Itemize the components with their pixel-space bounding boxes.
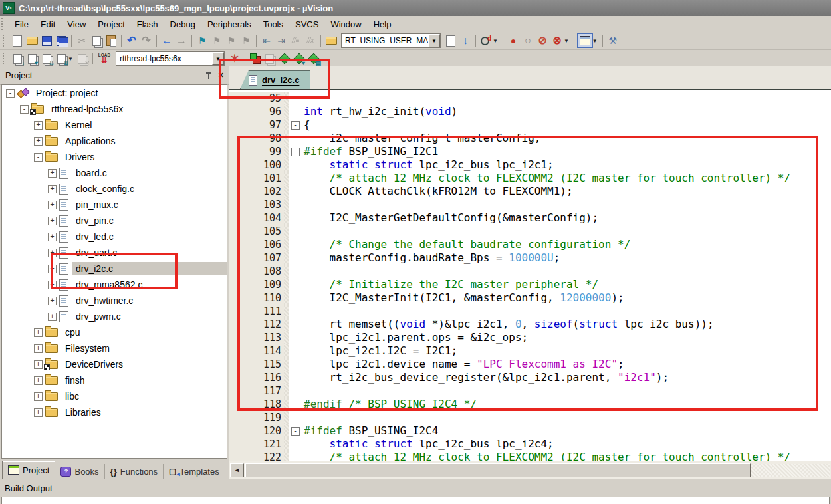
- manage-rte-icon[interactable]: [248, 52, 263, 65]
- save-icon[interactable]: [39, 34, 54, 47]
- menubar-gripper[interactable]: [1, 18, 6, 30]
- code-editor[interactable]: 9596int rt_hw_i2c_init(void)97-{98 i2c_m…: [229, 89, 831, 463]
- find-icon-dropdown[interactable]: ▼: [493, 38, 498, 44]
- tree-item-drv-pin-c[interactable]: +drv_pin.c: [2, 213, 227, 229]
- menu-window[interactable]: Window: [324, 17, 367, 31]
- menu-project[interactable]: Project: [92, 17, 130, 31]
- expand-icon[interactable]: +: [48, 233, 57, 241]
- new-file-icon[interactable]: [10, 34, 25, 47]
- redo-icon[interactable]: ↷: [139, 34, 154, 47]
- navigate-forward-icon[interactable]: →: [174, 34, 189, 47]
- expand-icon[interactable]: +: [48, 169, 57, 178]
- menu-flash[interactable]: Flash: [131, 17, 164, 31]
- rebuild-all-icon[interactable]: [39, 52, 54, 65]
- code-line[interactable]: 118#endif /* BSP_USING_I2C4 */: [229, 398, 831, 411]
- expand-icon[interactable]: +: [34, 408, 43, 417]
- code-line[interactable]: 96int rt_hw_i2c_init(void): [229, 105, 831, 118]
- code-line[interactable]: 114 lpc_i2c1.I2C = I2C1;: [229, 344, 831, 358]
- expand-icon[interactable]: +: [34, 376, 43, 385]
- build-icon[interactable]: [25, 52, 39, 65]
- fold-collapse-icon[interactable]: -: [291, 427, 300, 436]
- tree-item-drv-pwm-c[interactable]: +drv_pwm.c: [2, 309, 227, 324]
- comment-selection-icon[interactable]: //≡: [289, 34, 303, 47]
- translate-file-icon[interactable]: [10, 52, 25, 65]
- code-line[interactable]: 119: [229, 411, 831, 424]
- tree-item-drivers[interactable]: -Drivers: [2, 149, 227, 165]
- code-line[interactable]: 113 lpc_i2c1.parent.ops = &i2c_ops;: [229, 331, 831, 344]
- expand-icon[interactable]: +: [48, 313, 57, 321]
- insert-breakpoint-icon[interactable]: ●: [506, 34, 521, 47]
- expand-icon[interactable]: +: [48, 249, 57, 257]
- code-line[interactable]: 117: [229, 384, 831, 398]
- scroll-left-arrow-icon[interactable]: ◄: [230, 463, 244, 477]
- select-software-packs-icon[interactable]: [292, 52, 306, 65]
- indent-icon[interactable]: ⇥: [274, 34, 289, 47]
- previous-bookmark-icon[interactable]: ⚑: [209, 34, 224, 47]
- kill-all-breakpoints-icon[interactable]: ⊗: [550, 34, 564, 47]
- expand-icon[interactable]: +: [48, 281, 57, 289]
- save-all-icon[interactable]: [54, 34, 68, 47]
- next-bookmark-icon[interactable]: ⚑: [224, 34, 239, 47]
- file-extensions-icon[interactable]: [263, 52, 277, 65]
- expand-icon[interactable]: +: [48, 185, 57, 193]
- collapse-icon[interactable]: -: [20, 105, 29, 114]
- copy-icon[interactable]: [89, 34, 104, 47]
- tree-item-finsh[interactable]: +finsh: [2, 372, 227, 388]
- menu-tools[interactable]: Tools: [257, 17, 289, 31]
- paste-icon[interactable]: [104, 34, 118, 47]
- expand-icon[interactable]: +: [48, 217, 57, 225]
- clear-bookmarks-icon[interactable]: ⚑: [239, 34, 253, 47]
- code-line[interactable]: 121 static struct lpc_i2c_bus lpc_i2c4;: [229, 438, 831, 451]
- tree-item-applications[interactable]: +Applications: [2, 133, 227, 149]
- open-file-icon[interactable]: [25, 34, 39, 47]
- tab-books[interactable]: ?Books: [55, 464, 104, 479]
- target-select-dropdown-icon[interactable]: ▼: [212, 52, 224, 65]
- toolbar-gripper[interactable]: [3, 53, 7, 64]
- download-icon[interactable]: LOAD: [96, 52, 113, 65]
- code-line[interactable]: 100 static struct lpc_i2c_bus lpc_i2c1;: [229, 158, 831, 172]
- cut-icon[interactable]: ✂: [74, 34, 89, 47]
- expand-icon[interactable]: +: [48, 201, 57, 209]
- disable-all-breakpoints-icon[interactable]: ⊘: [535, 34, 550, 47]
- find-in-files-icon[interactable]: [324, 34, 338, 47]
- tree-item-devicedrivers[interactable]: +DeviceDrivers: [2, 356, 227, 372]
- configuration-wrench-icon[interactable]: ⚒: [606, 34, 620, 47]
- define-combo-dropdown-icon[interactable]: ▼: [428, 34, 440, 47]
- outdent-icon[interactable]: ⇤: [259, 34, 274, 47]
- fold-collapse-icon[interactable]: -: [291, 121, 300, 130]
- uncomment-selection-icon[interactable]: //x: [303, 34, 318, 47]
- code-line[interactable]: 98 i2c_master_config_t masterConfig;: [229, 132, 831, 145]
- tree-item-libraries[interactable]: +Libraries: [2, 404, 227, 420]
- code-line[interactable]: 105: [229, 225, 831, 238]
- tree-item-clock-config-c[interactable]: +clock_config.c: [2, 181, 227, 197]
- tree-item-drv-led-c[interactable]: +drv_led.c: [2, 229, 227, 245]
- tree-item-project-project[interactable]: -Project: project: [2, 85, 227, 101]
- code-line[interactable]: 95: [229, 92, 831, 105]
- code-line[interactable]: 97-{: [229, 118, 831, 132]
- toolbar-gripper[interactable]: [3, 35, 7, 47]
- horizontal-scrollbar[interactable]: ◄: [229, 461, 831, 479]
- menu-edit[interactable]: Edit: [35, 17, 61, 31]
- title-bar[interactable]: Vs C:\nxp\rt-thread\bsp\lpc55sxx\lpc55s6…: [0, 0, 831, 16]
- tree-item-kernel[interactable]: +Kernel: [2, 117, 227, 133]
- scrollbar-thumb[interactable]: [245, 463, 751, 477]
- build-output-header[interactable]: Build Output: [0, 479, 831, 497]
- expand-icon[interactable]: +: [48, 265, 57, 273]
- scrollbar-track[interactable]: [751, 464, 830, 477]
- menu-peripherals[interactable]: Peripherals: [201, 17, 257, 31]
- code-line[interactable]: 104 I2C_MasterGetDefaultConfig(&masterCo…: [229, 211, 831, 225]
- insert-bookmark-icon[interactable]: ⚑: [195, 34, 209, 47]
- tab-templates[interactable]: ▢Templates: [164, 464, 225, 479]
- tree-item-filesystem[interactable]: +Filesystem: [2, 340, 227, 356]
- expand-icon[interactable]: +: [34, 344, 43, 353]
- pack-installer-icon[interactable]: [306, 52, 321, 65]
- tree-item-drv-mma8562-c[interactable]: +drv_mma8562.c: [2, 277, 227, 293]
- tree-item-drv-i2c-c[interactable]: +drv_i2c.c: [2, 261, 227, 277]
- navigate-back-icon[interactable]: ←: [160, 34, 174, 47]
- debug-windows-icon-dropdown[interactable]: ▼: [592, 38, 598, 44]
- code-line[interactable]: 112 rt_memset((void *)&lpc_i2c1, 0, size…: [229, 318, 831, 331]
- manage-project-items-icon[interactable]: [277, 52, 292, 65]
- collapse-icon[interactable]: -: [34, 153, 43, 162]
- tree-item-drv-hwtimer-c[interactable]: +drv_hwtimer.c: [2, 293, 227, 309]
- tab-project[interactable]: Project: [2, 461, 55, 479]
